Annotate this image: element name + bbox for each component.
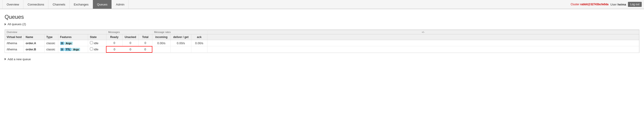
tab-exchanges[interactable]: Exchanges: [70, 0, 93, 9]
cell-ready: 0: [106, 46, 122, 52]
cluster-name: rabbit@32743bcfe0da: [580, 3, 609, 6]
table-row: /itheimaorder.BclassicDTTLArgsidle000: [5, 46, 639, 52]
group-overview: Overview: [5, 30, 106, 34]
column-header-row: Virtual host Name Type Features State Re…: [5, 34, 639, 40]
feature-badge: Args: [65, 42, 73, 45]
all-queues-label: All queues (2): [8, 22, 26, 26]
cell-vhost: /itheima: [5, 40, 24, 46]
top-right-area: Cluster rabbit@32743bcfe0da User heima L…: [570, 2, 642, 7]
th-virtual-host: Virtual host: [5, 34, 24, 40]
feature-badge: D: [60, 48, 64, 51]
add-queue-arrow-icon: [4, 58, 6, 60]
cell-type: classic: [44, 46, 58, 52]
cell-features: DArgs: [58, 40, 88, 46]
toggle-arrow-icon: [4, 23, 6, 25]
cell-total: 0: [138, 40, 152, 46]
th-ack: ack: [191, 34, 207, 40]
cell-deliver-get: [170, 46, 191, 52]
th-total: Total: [138, 34, 152, 40]
page-title: Queues: [4, 14, 640, 20]
add-queue-toggle[interactable]: Add a new queue: [4, 57, 640, 61]
group-rates: Message rates: [152, 30, 207, 34]
th-unacked: Unacked: [122, 34, 138, 40]
main-content: Queues All queues (2) Overview Messages …: [0, 9, 644, 65]
user-label: User: [610, 3, 616, 6]
queues-tbody: /itheimaorder.AclassicDArgsidle0000.00/s…: [5, 40, 639, 52]
cell-vhost: /itheima: [5, 46, 24, 52]
state-text: idle: [94, 48, 98, 51]
cell-extra: [207, 40, 639, 46]
nav-tabs: Overview Connections Channels Exchanges …: [2, 0, 129, 9]
cell-ready: 0: [106, 40, 122, 46]
plus-minus-cell[interactable]: +/-: [207, 30, 639, 34]
table-row: /itheimaorder.AclassicDArgsidle0000.00/s…: [5, 40, 639, 46]
th-features: Features: [58, 34, 88, 40]
cell-name[interactable]: order.B: [24, 46, 44, 52]
tab-connections[interactable]: Connections: [24, 0, 48, 9]
group-messages: Messages: [106, 30, 152, 34]
cell-deliver-get: 0.00/s: [170, 40, 191, 46]
cell-name[interactable]: order.A: [24, 40, 44, 46]
th-extra: [207, 34, 639, 40]
feature-badge: D: [60, 42, 64, 45]
cell-ack: [191, 46, 207, 52]
th-incoming: incoming: [152, 34, 170, 40]
th-type: Type: [44, 34, 58, 40]
feature-badge: TTL: [65, 48, 72, 51]
cell-unacked: 0: [122, 46, 138, 52]
top-navigation: Overview Connections Channels Exchanges …: [0, 0, 644, 9]
tab-channels[interactable]: Channels: [48, 0, 70, 9]
tab-queues[interactable]: Queues: [93, 0, 112, 9]
state-checkbox[interactable]: [90, 41, 93, 44]
state-checkbox[interactable]: [90, 47, 93, 50]
th-ready: Ready: [106, 34, 122, 40]
cell-state: idle: [88, 40, 106, 46]
cluster-info: Cluster rabbit@32743bcfe0da: [570, 3, 608, 6]
queues-table: Overview Messages Message rates +/- Virt…: [5, 30, 639, 53]
cell-state: idle: [88, 46, 106, 52]
tab-overview[interactable]: Overview: [2, 0, 24, 9]
th-state: State: [88, 34, 106, 40]
cell-extra: [207, 46, 639, 52]
state-text: idle: [94, 41, 98, 45]
cell-incoming: [152, 46, 170, 52]
cell-total: 0: [138, 46, 152, 52]
all-queues-toggle[interactable]: All queues (2): [4, 22, 640, 26]
th-deliver-get: deliver / get: [170, 34, 191, 40]
logout-button[interactable]: Log out: [628, 2, 642, 7]
cluster-label: Cluster: [570, 3, 579, 6]
cell-ack: 0.00/s: [191, 40, 207, 46]
cell-type: classic: [44, 40, 58, 46]
tab-admin[interactable]: Admin: [112, 0, 129, 9]
cell-features: DTTLArgs: [58, 46, 88, 52]
group-header-row: Overview Messages Message rates +/-: [5, 30, 639, 34]
feature-badge: Args: [72, 48, 80, 51]
user-info: User heima: [610, 3, 626, 6]
username: heima: [618, 3, 626, 6]
add-queue-label: Add a new queue: [8, 57, 31, 61]
cell-incoming: 0.00/s: [152, 40, 170, 46]
queues-table-container: Overview Messages Message rates +/- Virt…: [4, 29, 640, 53]
cell-unacked: 0: [122, 40, 138, 46]
th-name: Name: [24, 34, 44, 40]
